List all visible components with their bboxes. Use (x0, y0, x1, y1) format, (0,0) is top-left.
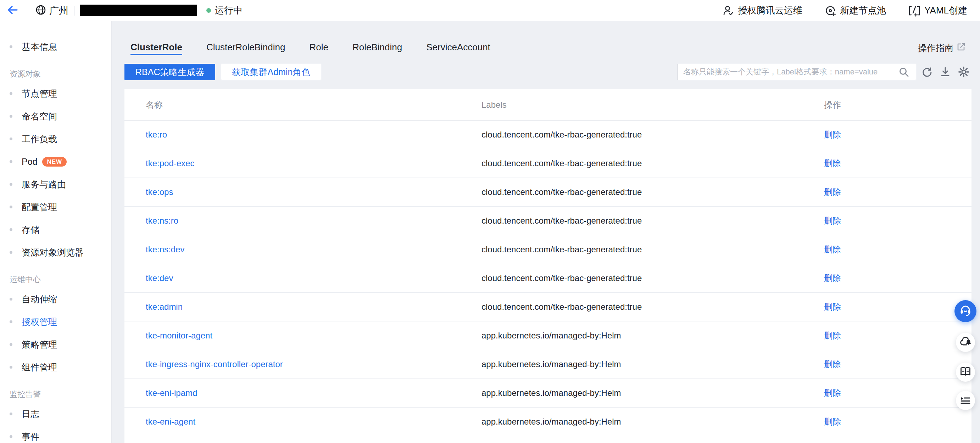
row-delete-link[interactable]: 删除 (824, 245, 841, 254)
new-node-pool-button[interactable]: 新建节点池 (824, 4, 886, 17)
customer-service-button[interactable] (955, 300, 977, 322)
row-delete-link[interactable]: 删除 (824, 159, 841, 168)
bullet-icon (10, 228, 13, 231)
search-box (677, 64, 916, 80)
sidebar-item[interactable]: 基本信息 (0, 35, 111, 58)
column-header-labels: Labels (482, 100, 824, 110)
sidebar-item[interactable]: 运维中心 (0, 272, 111, 288)
sidebar-item-label: 资源对象浏览器 (22, 247, 84, 258)
row-name-link[interactable]: tke-ingress-nginx-controller-operator (146, 359, 283, 369)
row-labels: cloud.tencent.com/tke-rbac-generated:tru… (482, 159, 824, 168)
row-delete-link[interactable]: 删除 (824, 302, 841, 311)
row-name-link[interactable]: tke:ops (146, 187, 173, 197)
sidebar-item[interactable]: 服务与路由 (0, 173, 111, 195)
bullet-icon (10, 138, 13, 140)
get-admin-role-button[interactable]: 获取集群Admin角色 (221, 64, 321, 80)
sidebar-item[interactable]: 授权管理 (0, 310, 111, 333)
sidebar-item[interactable]: 自动伸缩 (0, 288, 111, 310)
column-header-name: 名称 (124, 99, 482, 111)
documentation-button[interactable] (956, 362, 975, 382)
sidebar-item[interactable]: 组件管理 (0, 356, 111, 378)
row-delete-link[interactable]: 删除 (824, 417, 841, 426)
guide-link[interactable]: 操作指南 (918, 42, 966, 54)
row-delete-link[interactable]: 删除 (824, 216, 841, 225)
row-name-link[interactable]: tke:ro (146, 130, 167, 139)
sidebar-item[interactable]: 资源对象浏览器 (0, 241, 111, 264)
sidebar-item-label: 监控告警 (10, 389, 41, 400)
row-name-link[interactable]: tke:dev (146, 273, 173, 283)
sidebar-item[interactable]: 命名空间 (0, 105, 111, 128)
row-name-link[interactable]: tke-monitor-agent (146, 331, 212, 340)
region-label: 广州 (49, 4, 68, 17)
bullet-icon (10, 343, 13, 346)
row-name-link[interactable]: tke:ns:dev (146, 245, 185, 254)
yaml-create-button[interactable]: YAML创建 (908, 4, 967, 17)
tab[interactable]: ClusterRoleBinding (206, 40, 285, 55)
sidebar-item-label: 组件管理 (22, 362, 57, 373)
tabs-row: ClusterRoleClusterRoleBindingRoleRoleBin… (124, 40, 966, 55)
sidebar-item-label: 事件 (22, 431, 39, 443)
row-name-link[interactable]: tke:ns:ro (146, 216, 178, 225)
bullet-icon (10, 206, 13, 208)
row-labels: cloud.tencent.com/tke-rbac-generated:tru… (482, 245, 824, 254)
sidebar-item[interactable]: 日志 (0, 403, 111, 425)
authorize-ops-label: 授权腾讯云运维 (738, 4, 802, 17)
back-arrow-icon (6, 3, 19, 18)
sidebar-item[interactable]: 策略管理 (0, 333, 111, 356)
bullet-icon (10, 45, 13, 48)
tab[interactable]: ClusterRole (130, 40, 182, 55)
row-delete-link[interactable]: 删除 (824, 331, 841, 340)
search-input[interactable] (683, 67, 896, 76)
sidebar-item[interactable]: 节点管理 (0, 82, 111, 105)
tab[interactable]: ServiceAccount (426, 40, 490, 55)
column-header-action: 操作 (824, 99, 972, 111)
row-delete-link[interactable]: 删除 (824, 273, 841, 283)
bullet-icon (10, 298, 13, 300)
survey-button[interactable] (956, 391, 975, 410)
tab[interactable]: Role (309, 40, 328, 55)
sidebar-item-label: 自动伸缩 (22, 294, 57, 305)
row-labels: cloud.tencent.com/tke-rbac-generated:tru… (482, 216, 824, 226)
sidebar-item[interactable]: 资源对象 (0, 66, 111, 82)
row-delete-link[interactable]: 删除 (824, 130, 841, 139)
sidebar-item[interactable]: 工作负载 (0, 128, 111, 150)
row-delete-link[interactable]: 删除 (824, 359, 841, 369)
refresh-icon[interactable] (919, 64, 935, 80)
sidebar-item[interactable]: 事件 (0, 425, 111, 443)
table-row: tke-eni-agent app.kubernetes.io/managed-… (124, 408, 972, 436)
row-delete-link[interactable]: 删除 (824, 187, 841, 197)
row-name-link[interactable]: tke:pod-exec (146, 159, 194, 168)
row-name-link[interactable]: tke-eni-ipamd (146, 388, 197, 398)
cloud-bell-icon (959, 336, 972, 349)
sidebar-item-label: 日志 (22, 408, 39, 420)
open-book-icon (959, 365, 972, 379)
sidebar-item-label: 服务与路由 (22, 179, 66, 190)
search-icon[interactable] (896, 64, 912, 80)
sidebar-item[interactable]: 监控告警 (0, 386, 111, 403)
row-name-link[interactable]: tke-eni-agent (146, 417, 196, 426)
sidebar-item[interactable]: 配置管理 (0, 195, 111, 218)
bullet-icon (10, 92, 13, 95)
new-badge: NEW (42, 157, 67, 167)
sidebar-item[interactable]: Pod NEW (0, 150, 111, 173)
row-delete-link[interactable]: 删除 (824, 388, 841, 398)
table-row: tke-ingress-nginx-controller-operator ap… (124, 350, 972, 379)
sidebar-item-label: 资源对象 (10, 69, 41, 79)
sidebar-item-label: 配置管理 (22, 201, 57, 213)
rbac-generator-button[interactable]: RBAC策略生成器 (124, 64, 215, 80)
bullet-icon (10, 435, 13, 438)
authorize-ops-button[interactable]: 授权腾讯云运维 (722, 4, 802, 17)
table-row: tke:ops cloud.tencent.com/tke-rbac-gener… (124, 178, 972, 206)
download-icon[interactable] (937, 64, 953, 80)
cloud-alert-button[interactable] (956, 333, 975, 352)
region-selector[interactable]: 广州 (35, 4, 68, 17)
bullet-icon (10, 183, 13, 186)
yaml-brackets-icon (908, 5, 921, 17)
back-button[interactable] (5, 3, 21, 18)
tab[interactable]: RoleBinding (352, 40, 402, 55)
sidebar-item-label: 授权管理 (22, 316, 57, 328)
external-link-icon (956, 42, 966, 54)
row-name-link[interactable]: tke:admin (146, 302, 183, 311)
sidebar-item[interactable]: 存储 (0, 218, 111, 241)
settings-gear-icon[interactable] (956, 64, 972, 80)
